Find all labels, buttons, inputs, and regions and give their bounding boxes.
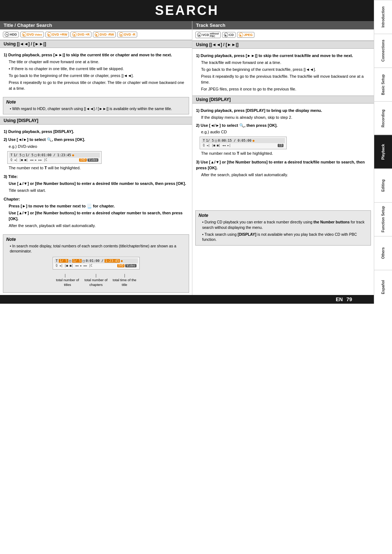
dvd-video-icon: ▶ <box>22 32 26 37</box>
sidebar-item-others[interactable]: Others <box>374 236 392 270</box>
cd-screen-top: T 1/ 5 □ 0:00:15 / 0:05:00 ● <box>201 138 285 143</box>
right-column: Track Search ▶ VCD withoutPBC ▶ CD ▶ JPE… <box>192 21 374 295</box>
left-step1-bullet: If there is no chapter in one title, the… <box>4 66 188 72</box>
right-step2-2: 2) Use [◄/►] to select 🔍, then press [OK… <box>196 123 370 129</box>
right-step1-p3: Press it repeatedly to go to the previou… <box>196 74 370 85</box>
dvd-plusrw-icon: ▶ <box>47 32 52 37</box>
left-step2-chapter-1: Press [►] to move to the number next to … <box>4 203 188 209</box>
cd-badge: ▶ CD <box>222 32 236 38</box>
page-wrapper: SEARCH Title / Chapter Search ✎ HDD ▶ DV… <box>0 0 392 304</box>
left-step2-title-sub: Title search will start. <box>4 188 188 194</box>
hdd-badge: ✎ HDD <box>3 32 19 37</box>
left-note2-text: In search mode display, total numbers of… <box>6 243 186 254</box>
left-step2-title-bold: 3) Title: <box>4 174 188 180</box>
right-content-area2: 1) During playback, press [DISPLAY] to b… <box>192 104 374 182</box>
sidebar-item-playback[interactable]: Playback <box>374 135 392 169</box>
right-step2-4-sub: After the search, playback will start au… <box>196 172 370 178</box>
left-step1-p1: The title or chapter will move forward o… <box>4 59 188 65</box>
right-step1-p1: The track/file will move forward one at … <box>196 60 370 66</box>
right-section-header: Track Search <box>192 21 374 29</box>
dvd-plusr-icon: ▶ <box>72 32 77 37</box>
hdd-icon: ✎ <box>5 32 9 37</box>
page-title: SEARCH <box>0 3 374 18</box>
right-step1-p4: For JPEG files, press it once to go to t… <box>196 86 370 92</box>
dvd-minusrw-badge: ▶ DVD -RW <box>93 32 116 37</box>
left-note2: Note In search mode display, total numbe… <box>3 234 189 293</box>
dvd-screen-mockup: T 1/ 5 □ 1/ 5 □ 0:01:00 / 1:23:45 ● Q ◄|… <box>7 151 102 164</box>
diagram-label-time: total time of the title <box>111 274 138 287</box>
left-note1-text: With regard to HDD, chapter search using… <box>6 106 186 112</box>
sidebar-item-espanol[interactable]: Español <box>374 270 392 304</box>
cd-icon: ▶ <box>224 33 228 37</box>
lang-label: EN <box>336 296 343 302</box>
cd-badge-screen: CD <box>278 144 283 147</box>
left-step1-bold: 1) During playback, press [►►|] to skip … <box>4 52 188 58</box>
diagram-screen-top: T 1/ 5 □ 1/ 5 □ 0:01:00 / 1:23:45 ● <box>54 258 138 263</box>
left-subsection1-header: Using [|◄◄] / [►►|] <box>0 40 192 48</box>
right-step2-3: The number next to T will be highlighted… <box>196 151 370 157</box>
right-step1-p2: To go back to the beginning of the curre… <box>196 67 370 73</box>
right-step2-2-sub: e.g.) audio CD <box>196 129 370 135</box>
right-note3-line2: Track search using [DISPLAY] is not avai… <box>199 232 368 242</box>
right-note3-line1: During CD playback you can enter a track… <box>199 219 368 230</box>
left-column: Title / Chapter Search ✎ HDD ▶ DVD Video… <box>0 21 192 295</box>
left-section-header: Title / Chapter Search <box>0 21 192 29</box>
diagram-screen: T 1/ 5 □ 1/ 5 □ 0:01:00 / 1:23:45 ● Q ◄|… <box>53 257 140 270</box>
dvd-screen-bottom: Q ◄| |■ ■| ◄◄ ► ►► |C DVD Video <box>9 158 100 162</box>
left-step2-chapter-bold: Chapter: <box>4 197 188 202</box>
dvd-plusr-badge: ▶ DVD +R <box>70 32 91 37</box>
left-step1-p2: To go back to the beginning of the curre… <box>4 73 188 79</box>
left-content-area2: 1) During playback, press [DISPLAY]. 2) … <box>0 125 192 232</box>
left-media-icons: ✎ HDD ▶ DVD Video ▶ DVD +RW ▶ DVD +R ▶ <box>0 29 192 40</box>
left-note1-title: Note <box>6 100 186 105</box>
vcd-badge: ▶ VCD withoutPBC <box>195 32 221 38</box>
sidebar-item-editing[interactable]: Editing <box>374 169 392 202</box>
vcd-icon: ▶ <box>197 33 201 37</box>
sidebar-item-connections[interactable]: Connections <box>374 34 392 68</box>
dvd-video-badge: ▶ DVD Video <box>20 32 44 37</box>
right-content-area1: 1) During playback, press [►►|] to skip … <box>192 49 374 96</box>
right-step2-4: 3) Use [▲/▼] or [the Number buttons] to … <box>196 159 370 171</box>
right-sidebar: Introduction Connections Basic Setup Rec… <box>374 0 392 304</box>
sidebar-item-introduction[interactable]: Introduction <box>374 0 392 34</box>
diagram-label-titles: total number of titles <box>54 274 81 287</box>
sidebar-item-basic-setup[interactable]: Basic Setup <box>374 68 392 101</box>
left-step2-2-sub: e.g.) DVD-video <box>4 144 188 150</box>
dvd-minusrw-icon: ▶ <box>95 32 99 37</box>
diagram-screen-bottom: Q ◄| |■ ■| ◄◄ ► ►► |C DVD Video <box>54 263 138 268</box>
diagram-label-chapters: total number of chapters <box>82 274 110 287</box>
dvd-minusr-badge: ▶ DVD -R <box>117 32 137 37</box>
page-header: SEARCH <box>0 0 374 21</box>
right-step2-1-sub: If the display menu is already shown, sk… <box>196 115 370 121</box>
right-note3: Note During CD playback you can enter a … <box>195 210 371 246</box>
left-content-area1: 1) During playback, press [►►|] to skip … <box>0 48 192 95</box>
main-content: Title / Chapter Search ✎ HDD ▶ DVD Video… <box>0 21 374 295</box>
left-note2-title: Note <box>6 237 186 242</box>
page-number: 79 <box>346 296 352 302</box>
left-step2-3: The number next to T will be highlighted… <box>4 165 188 171</box>
sidebar-item-recording[interactable]: Recording <box>374 101 392 135</box>
left-step2-1: 1) During playback, press [DISPLAY]. <box>4 129 188 135</box>
dvd-plusrw-badge: ▶ DVD +RW <box>45 32 69 37</box>
video-badge: Video <box>87 158 98 162</box>
sidebar-item-function-setup[interactable]: Function Setup <box>374 202 392 236</box>
cd-screen-bottom: Q ◄| |■ ■| ◄◄ ►| CD <box>201 143 285 148</box>
right-step2-1: 1) During playback, press [DISPLAY] to b… <box>196 108 370 114</box>
diagram-labels: total number of titles total number of c… <box>53 274 140 287</box>
right-note3-title: Note <box>199 213 368 218</box>
right-subsection1-header: Using [|◄◄] / [►►|] <box>192 41 374 49</box>
page-footer: EN 79 <box>0 295 374 304</box>
left-step2-title-text: Use [▲/▼] or [the Number buttons] to ent… <box>4 181 188 187</box>
right-media-icons: ▶ VCD withoutPBC ▶ CD ▶ JPEG <box>192 29 374 41</box>
right-step1-bold: 1) During playback, press [►►|] to skip … <box>196 53 370 59</box>
jpeg-icon: ▶ <box>239 33 243 37</box>
left-note1: Note With regard to HDD, chapter search … <box>3 97 189 115</box>
dvd-screen-top: T 1/ 5 □ 1/ 5 □ 0:01:00 / 1:23:45 ● <box>9 153 100 158</box>
cd-screen-mockup: T 1/ 5 □ 0:00:15 / 0:05:00 ● Q ◄| |■ ■| … <box>200 137 287 149</box>
left-subsection2-header: Using [DISPLAY] <box>0 117 192 125</box>
diagram-area: T 1/ 5 □ 1/ 5 □ 0:01:00 / 1:23:45 ● Q ◄|… <box>53 257 140 287</box>
dvd-minusr-icon: ▶ <box>119 32 123 37</box>
right-subsection2-header: Using [DISPLAY] <box>192 96 374 104</box>
left-step1-p3: Press it repeatedly to go to the previou… <box>4 80 188 92</box>
left-step2-chapter-sub: After the search, playback will start au… <box>4 223 188 229</box>
